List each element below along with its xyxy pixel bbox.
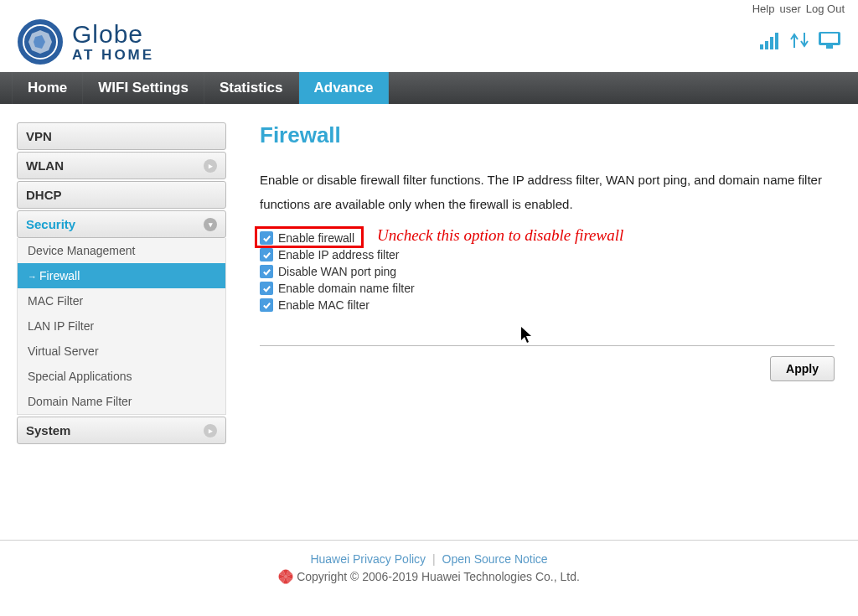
sidebar-item-lan-ip-filter[interactable]: LAN IP Filter [18,313,225,339]
oss-link[interactable]: Open Source Notice [442,552,548,566]
chevron-down-icon: ▾ [204,218,217,231]
check-enable-mac-filter[interactable]: Enable MAC filter [260,298,835,312]
sidebar-item-special-applications[interactable]: Special Applications [18,364,225,389]
checkbox-icon[interactable] [260,298,273,312]
top-links: Help user Log Out [0,0,858,15]
sidebar-item-device-management[interactable]: Device Management [18,238,225,263]
signal-icon [759,31,781,49]
sidebar-item-mac-filter[interactable]: MAC Filter [18,288,225,313]
page-title: Firewall [260,122,835,148]
brand-name: Globe [72,20,154,49]
check-enable-domain-filter[interactable]: Enable domain name filter [260,282,835,295]
status-icons [759,31,841,53]
svg-rect-7 [821,34,838,43]
privacy-link[interactable]: Huawei Privacy Policy [310,552,426,566]
sidebar-group-dhcp[interactable]: DHCP [17,181,226,209]
huawei-logo-icon [278,569,293,584]
sidebar-item-virtual-server[interactable]: Virtual Server [18,339,225,364]
sidebar-label: VPN [26,129,52,143]
globe-logo-icon [17,18,64,65]
header: Globe AT HOME [0,15,858,72]
svg-rect-8 [826,45,833,49]
page-description: Enable or disable firewall filter functi… [260,168,835,216]
brand-subtitle: AT HOME [72,47,154,64]
annotation-text: Uncheck this option to disable firewall [377,226,623,245]
logout-link[interactable]: Log Out [806,3,845,15]
divider [260,345,835,346]
svg-rect-3 [765,41,768,49]
sidebar-group-vpn[interactable]: VPN [17,122,226,150]
svg-rect-5 [775,33,778,49]
nav-wifi-settings[interactable]: WIFI Settings [83,72,204,104]
body: VPN WLAN ▸ DHCP Security ▾ Device Manage… [0,104,858,540]
sidebar-label: Security [26,217,75,231]
sidebar-label: DHCP [26,188,62,202]
chevron-icon: ▸ [204,424,217,437]
nav-advance[interactable]: Advance [299,72,390,104]
check-enable-ip-filter[interactable]: Enable IP address filter [260,248,835,261]
checkbox-icon[interactable] [260,265,273,278]
footer: Huawei Privacy Policy | Open Source Noti… [0,540,858,601]
sidebar-group-wlan[interactable]: WLAN ▸ [17,152,226,179]
svg-rect-2 [760,44,763,49]
help-link[interactable]: Help [752,3,775,15]
check-label: Enable IP address filter [278,248,400,261]
main-nav: Home WIFI Settings Statistics Advance [0,72,858,104]
sidebar-label: System [26,423,70,437]
copyright-text: Copyright © 2006-2019 Huawei Technologie… [297,570,580,583]
sidebar-item-domain-name-filter[interactable]: Domain Name Filter [18,389,225,414]
checkbox-icon[interactable] [260,282,273,295]
check-label: Disable WAN port ping [278,265,396,278]
user-link[interactable]: user [779,3,800,15]
content: Firewall Enable or disable firewall filt… [226,122,848,489]
monitor-icon [818,31,841,49]
sidebar-group-security[interactable]: Security ▾ [17,210,226,238]
sidebar-label: WLAN [26,158,64,173]
updown-icon [789,31,809,49]
apply-button[interactable]: Apply [770,356,835,381]
checkbox-icon[interactable] [260,248,273,261]
nav-home[interactable]: Home [12,72,83,104]
checkbox-icon[interactable] [260,231,273,245]
check-label: Enable domain name filter [278,282,415,295]
checkbox-list: Uncheck this option to disable firewall … [260,231,835,312]
svg-rect-4 [770,37,773,49]
check-label: Enable firewall [278,231,354,245]
sidebar-group-system[interactable]: System ▸ [17,417,226,444]
check-disable-wan-ping[interactable]: Disable WAN port ping [260,265,835,278]
nav-statistics[interactable]: Statistics [204,72,299,104]
sidebar-item-firewall[interactable]: Firewall [18,263,225,288]
check-label: Enable MAC filter [278,298,370,312]
sidebar: VPN WLAN ▸ DHCP Security ▾ Device Manage… [17,122,226,489]
separator: | [432,552,436,566]
sidebar-submenu-security: Device Management Firewall MAC Filter LA… [17,238,226,415]
brand: Globe AT HOME [17,18,154,65]
chevron-icon: ▸ [204,159,217,173]
